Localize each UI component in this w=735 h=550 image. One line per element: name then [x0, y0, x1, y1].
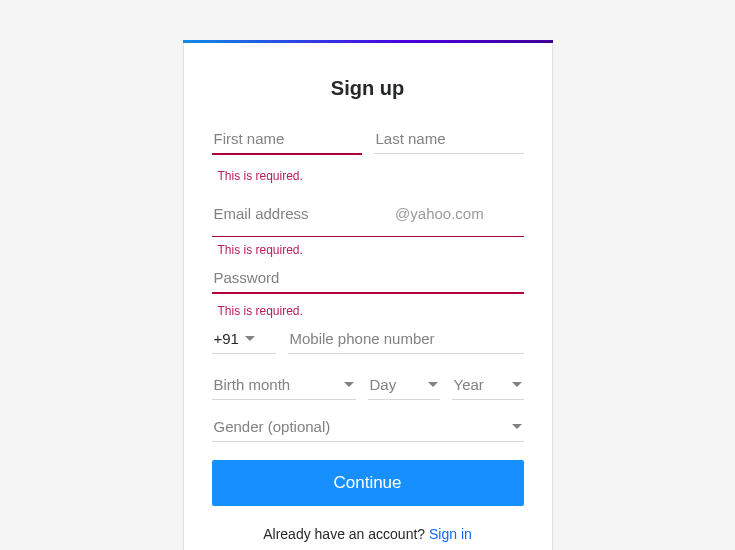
underline	[212, 153, 362, 155]
footer-text: Already have an account?	[263, 526, 429, 542]
birth-year-label: Year	[454, 376, 484, 393]
last-name-placeholder: Last name	[374, 128, 524, 153]
name-error-row: This is required. .	[212, 163, 524, 193]
phone-field[interactable]: Mobile phone number	[288, 328, 524, 358]
first-name-field[interactable]: First name	[212, 122, 362, 159]
password-error: This is required.	[218, 304, 524, 318]
email-underline	[212, 236, 524, 238]
signin-link[interactable]: Sign in	[429, 526, 472, 542]
underline	[212, 399, 356, 400]
last-name-field[interactable]: Last name	[374, 122, 524, 159]
email-field[interactable]: Email address	[212, 197, 382, 232]
footer: Already have an account? Sign in	[212, 526, 524, 542]
chevron-down-icon	[512, 424, 522, 429]
underline	[374, 153, 524, 154]
chevron-down-icon	[428, 382, 438, 387]
country-code-value: +91	[214, 330, 239, 347]
email-error: This is required.	[218, 243, 524, 257]
birthdate-row: Birth month Day Year	[212, 372, 524, 400]
birth-year-select[interactable]: Year	[452, 372, 524, 400]
first-name-error: This is required.	[218, 169, 362, 183]
underline	[452, 399, 524, 400]
underline	[368, 399, 440, 400]
underline	[212, 353, 276, 354]
underline	[212, 441, 524, 442]
email-row: Email address @yahoo.com	[212, 197, 524, 232]
phone-row: +91 Mobile phone number	[212, 328, 524, 358]
chevron-down-icon	[512, 382, 522, 387]
phone-placeholder: Mobile phone number	[288, 328, 524, 353]
chevron-down-icon	[344, 382, 354, 387]
name-row: First name Last name	[212, 122, 524, 159]
birth-day-label: Day	[370, 376, 397, 393]
email-placeholder: Email address	[212, 203, 382, 228]
email-domain-label: @yahoo.com	[393, 203, 523, 228]
gender-label: Gender (optional)	[214, 418, 331, 435]
underline	[288, 353, 524, 354]
email-suffix: @yahoo.com	[393, 197, 523, 232]
password-placeholder: Password	[212, 267, 524, 292]
underline	[212, 292, 524, 294]
chevron-down-icon	[245, 336, 255, 341]
birth-month-select[interactable]: Birth month	[212, 372, 356, 400]
birth-month-label: Birth month	[214, 376, 291, 393]
page-title: Sign up	[212, 77, 524, 100]
gender-select[interactable]: Gender (optional)	[212, 414, 524, 442]
country-code-select[interactable]: +91	[212, 328, 276, 358]
signup-card: Sign up First name Last name This is req…	[183, 40, 553, 550]
password-field[interactable]: Password	[212, 267, 524, 298]
birth-day-select[interactable]: Day	[368, 372, 440, 400]
first-name-placeholder: First name	[212, 128, 362, 153]
continue-button[interactable]: Continue	[212, 460, 524, 506]
